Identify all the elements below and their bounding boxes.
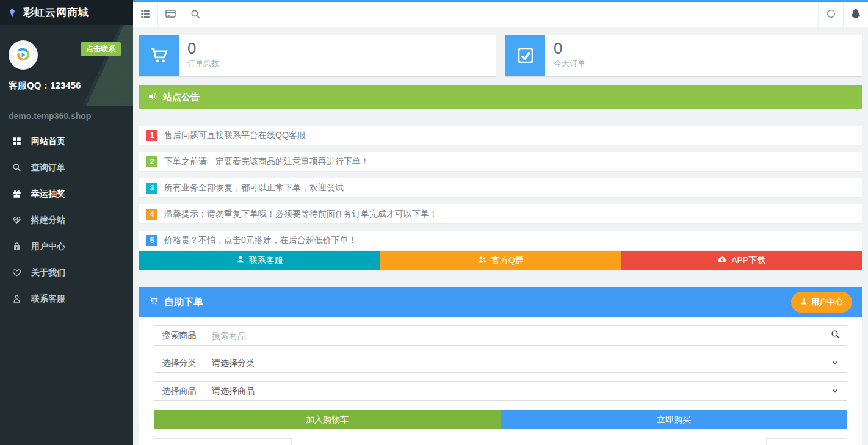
button-label: 用户中心 — [811, 297, 843, 308]
select-category-row: 选择分类 请选择分类 — [154, 353, 847, 373]
select-product-label: 选择商品 — [154, 381, 204, 401]
search-nav-button[interactable] — [183, 2, 208, 27]
menu-list-button[interactable] — [133, 2, 158, 27]
next-row-fragment — [766, 438, 794, 445]
sidebar-item-build-substation[interactable]: 搭建分站 — [0, 207, 133, 233]
announcement-header: 站点公告 — [139, 85, 862, 109]
contact-service-button[interactable]: 联系客服 — [139, 251, 380, 270]
announcement-title: 站点公告 — [163, 92, 200, 103]
stat-text: 0 订单总数 — [179, 35, 219, 76]
stat-label: 订单总数 — [187, 58, 219, 69]
qq-penguin-icon — [850, 8, 862, 23]
search-icon — [190, 9, 201, 22]
button-label: APP下载 — [731, 255, 765, 266]
announcement-item: 3 所有业务全部恢复，都可以正常下单，欢迎尝试 — [139, 178, 862, 198]
cart-icon — [139, 35, 179, 76]
app-root: 彩虹云网商城 点击联系 客服QQ：123456 demo.temp360.sho… — [0, 0, 868, 445]
order-actions: 加入购物车 立即购买 — [154, 410, 847, 429]
button-label: 官方Q群 — [491, 255, 524, 266]
product-select[interactable]: 请选择商品 — [204, 381, 847, 401]
stat-value: 0 — [554, 39, 585, 57]
search-product-input[interactable] — [204, 325, 823, 346]
brand-title: 彩虹云网商城 — [23, 5, 89, 20]
billing-card-button[interactable] — [158, 2, 183, 27]
self-order-header: 自助下单 用户中心 — [139, 287, 862, 317]
grid-icon — [12, 136, 22, 147]
sidebar-item-query-order[interactable]: 查询订单 — [0, 154, 133, 181]
sidebar-item-home[interactable]: 网站首页 — [0, 128, 133, 154]
users-icon — [477, 255, 487, 266]
announcement-item: 4 温馨提示：请勿重复下单哦！必须要等待前面任务订单完成才可以下单！ — [139, 204, 862, 224]
announcement-item: 2 下单之前请一定要看完该商品的注意事项再进行下单！ — [139, 152, 862, 172]
search-product-label: 搜索商品 — [154, 325, 204, 346]
chevron-down-icon — [831, 386, 839, 397]
category-select-value: 请选择分类 — [212, 358, 255, 369]
sidebar-item-contact-service[interactable]: 联系客服 — [0, 286, 133, 312]
announcement-actions: 联系客服 官方Q群 APP下载 — [139, 251, 862, 270]
self-order-title: 自助下单 — [164, 296, 203, 309]
user-center-button[interactable]: 用户中心 — [791, 292, 852, 313]
stat-label: 今天订单 — [554, 58, 585, 69]
announcement-number-badge: 4 — [146, 209, 157, 220]
sidebar-item-label: 联系客服 — [31, 294, 65, 305]
sidebar-item-label: 搭建分站 — [31, 215, 65, 226]
brand-diamond-icon — [6, 7, 18, 19]
stat-card-total-orders: 0 订单总数 — [139, 35, 496, 76]
chevron-down-icon — [831, 358, 839, 369]
sidebar-item-label: 网站首页 — [31, 136, 65, 147]
search-product-row: 搜索商品 — [154, 325, 847, 346]
next-row-fragment — [154, 438, 204, 445]
speaker-icon — [148, 92, 157, 103]
user-icon — [800, 298, 808, 307]
stat-value: 0 — [187, 39, 219, 57]
sidebar-item-label: 关于我们 — [31, 267, 65, 278]
qq-notification-button[interactable] — [843, 2, 868, 27]
cloud-download-icon — [717, 255, 727, 266]
announcement-text: 价格贵？不怕，点击0元搭建，在后台超低价下单！ — [164, 235, 357, 246]
search-icon — [830, 329, 841, 342]
sidebar-item-label: 用户中心 — [31, 241, 65, 252]
list-icon — [140, 9, 151, 22]
topbar — [133, 0, 868, 27]
gift-icon — [12, 189, 22, 199]
topbar-accent-strip — [133, 0, 868, 2]
self-order-body: 搜索商品 选择分类 请选择分类 选择商品 请选择商品 — [139, 317, 862, 445]
announcement-text: 售后问题可直接联系平台在线QQ客服 — [164, 130, 306, 141]
select-product-row: 选择商品 请选择商品 — [154, 381, 847, 401]
buy-now-button[interactable]: 立即购买 — [501, 410, 847, 429]
sidebar-item-lucky-draw[interactable]: 幸运抽奖 — [0, 181, 133, 207]
stats-row: 0 订单总数 0 今天订单 — [139, 35, 862, 76]
announcement-item: 5 价格贵？不怕，点击0元搭建，在后台超低价下单！ — [139, 231, 862, 250]
refresh-button[interactable] — [818, 2, 843, 27]
avatar[interactable] — [9, 40, 38, 70]
app-download-button[interactable]: APP下载 — [621, 251, 862, 270]
announcement-item: 1 售后问题可直接联系平台在线QQ客服 — [139, 126, 862, 145]
announcement-number-badge: 2 — [146, 156, 157, 167]
add-to-cart-button[interactable]: 加入购物车 — [154, 410, 501, 429]
refresh-icon — [825, 8, 837, 22]
search-submit-button[interactable] — [823, 325, 847, 346]
sidebar-profile: 点击联系 客服QQ：123456 — [0, 25, 133, 106]
sidebar-item-user-center[interactable]: 用户中心 — [0, 233, 133, 259]
announcement-number-badge: 5 — [146, 235, 157, 246]
stat-text: 0 今天订单 — [545, 35, 585, 76]
sidebar-item-label: 查询订单 — [31, 162, 65, 173]
button-label: 联系客服 — [249, 255, 283, 266]
announcement-text: 下单之前请一定要看完该商品的注意事项再进行下单！ — [164, 156, 369, 167]
next-row-fragment — [204, 438, 292, 445]
official-qq-group-button[interactable]: 官方Q群 — [380, 251, 621, 270]
heart-icon — [12, 267, 22, 278]
sidebar-item-about-us[interactable]: 关于我们 — [0, 259, 133, 286]
select-category-label: 选择分类 — [154, 353, 204, 373]
site-domain: demo.temp360.shop — [9, 111, 91, 121]
category-select[interactable]: 请选择分类 — [204, 353, 847, 373]
cart-icon — [149, 296, 159, 308]
sidebar-item-label: 幸运抽奖 — [31, 189, 65, 200]
contact-badge[interactable]: 点击联系 — [81, 42, 121, 56]
credit-card-icon — [165, 8, 176, 22]
announcement-text: 所有业务全部恢复，都可以正常下单，欢迎尝试 — [164, 183, 344, 194]
lock-icon — [12, 241, 22, 251]
announcement-text: 温馨提示：请勿重复下单哦！必须要等待前面任务订单完成才可以下单！ — [164, 209, 438, 220]
next-row-fragment — [794, 438, 847, 445]
brand-header[interactable]: 彩虹云网商城 — [0, 0, 133, 25]
